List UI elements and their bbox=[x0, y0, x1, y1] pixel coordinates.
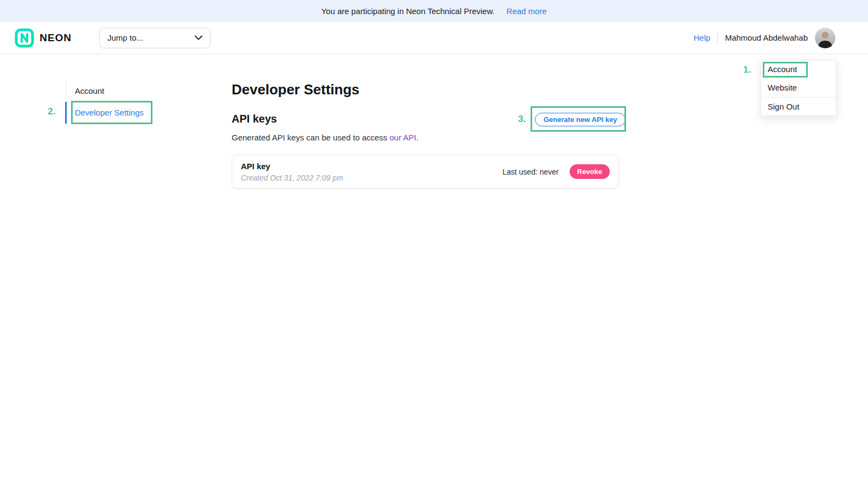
menu-item-account[interactable]: Account bbox=[761, 60, 836, 79]
avatar[interactable] bbox=[815, 28, 835, 48]
app-header: NEON Jump to... Help Mahmoud Abdelwahab bbox=[0, 22, 868, 54]
annotation-step-3: 3. bbox=[518, 114, 526, 125]
user-dropdown-menu: Account Website Sign Out bbox=[761, 60, 837, 116]
banner-text: You are participating in Neon Technical … bbox=[321, 7, 494, 16]
revoke-button[interactable]: Revoke bbox=[570, 164, 610, 179]
description-text: Generated API keys can be used to access bbox=[232, 133, 390, 142]
page-title: Developer Settings bbox=[232, 81, 360, 98]
chevron-down-icon bbox=[195, 35, 202, 40]
api-keys-description: Generated API keys can be used to access… bbox=[232, 133, 418, 142]
brand-name: NEON bbox=[40, 32, 72, 44]
api-key-info: API key Created Oct 31, 2022 7:09 pm bbox=[241, 162, 343, 182]
api-key-card-right: Last used: never Revoke bbox=[502, 164, 610, 179]
api-key-card: API key Created Oct 31, 2022 7:09 pm Las… bbox=[232, 155, 619, 189]
sidebar-list: Account Developer Settings bbox=[66, 80, 180, 124]
header-divider bbox=[717, 33, 718, 43]
read-more-link[interactable]: Read more bbox=[507, 7, 547, 16]
annotation-step-2: 2. bbox=[48, 106, 55, 117]
api-key-name: API key bbox=[241, 162, 343, 171]
settings-sidebar: Account Developer Settings bbox=[66, 80, 180, 124]
our-api-link[interactable]: our API bbox=[390, 133, 416, 142]
menu-item-website[interactable]: Website bbox=[761, 79, 836, 97]
tech-preview-banner: You are participating in Neon Technical … bbox=[0, 0, 868, 22]
sidebar-item-developer-settings[interactable]: Developer Settings bbox=[66, 102, 180, 124]
sidebar-item-account[interactable]: Account bbox=[66, 80, 180, 102]
api-keys-section-title: API keys bbox=[232, 113, 277, 125]
description-period: . bbox=[416, 133, 418, 142]
neon-logo-icon bbox=[15, 28, 34, 48]
menu-item-sign-out[interactable]: Sign Out bbox=[761, 97, 836, 115]
annotation-step-1: 1. bbox=[743, 65, 751, 75]
jump-to-label: Jump to... bbox=[107, 33, 143, 42]
neon-console-screen: You are participating in Neon Technical … bbox=[0, 0, 868, 488]
api-key-created: Created Oct 31, 2022 7:09 pm bbox=[241, 174, 343, 182]
generate-api-key-button[interactable]: Generate new API key bbox=[535, 113, 626, 126]
jump-to-select[interactable]: Jump to... bbox=[99, 28, 210, 48]
header-right: Help Mahmoud Abdelwahab bbox=[694, 28, 835, 48]
help-link[interactable]: Help bbox=[694, 33, 711, 42]
user-name[interactable]: Mahmoud Abdelwahab bbox=[725, 33, 808, 42]
neon-logo[interactable]: NEON bbox=[15, 28, 72, 48]
api-key-last-used: Last used: never bbox=[502, 168, 559, 176]
